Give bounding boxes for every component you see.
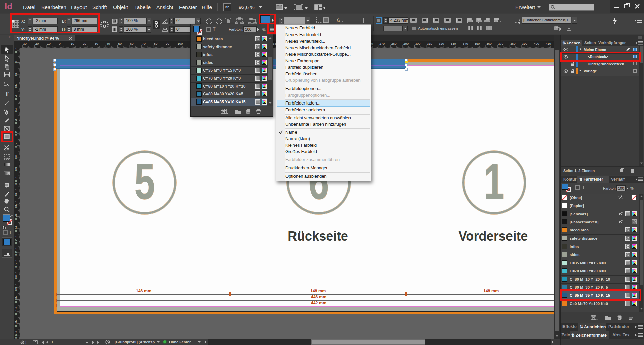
svg-text:T: T [5, 90, 9, 97]
svg-text:fx: fx [337, 18, 340, 23]
svg-text:!: ! [25, 340, 27, 344]
